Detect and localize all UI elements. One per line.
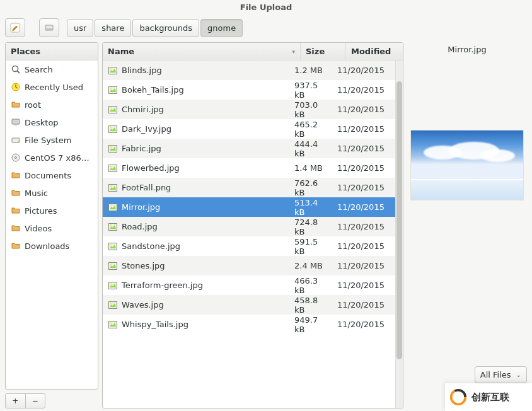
svg-point-32: [110, 185, 112, 186]
file-row[interactable]: Flowerbed.jpg1.4 MB11/20/2015: [103, 158, 395, 178]
file-modified: 11/20/2015: [335, 261, 395, 270]
disc-icon: [11, 153, 21, 163]
file-size: 1.2 MB: [289, 66, 335, 75]
places-item-label: Documents: [25, 171, 71, 180]
file-name: Chmiri.jpg: [122, 105, 164, 114]
file-modified: 11/20/2015: [335, 163, 395, 173]
svg-rect-36: [109, 223, 117, 230]
file-row[interactable]: Road.jpg724.8 kB11/20/2015: [103, 217, 395, 236]
column-header-modified[interactable]: Modified: [346, 43, 403, 60]
image-file-icon: [108, 261, 118, 271]
file-row[interactable]: Bokeh_Tails.jpg937.5 kB11/20/2015: [103, 80, 395, 100]
file-name: Mirror.jpg: [122, 202, 160, 212]
file-modified: 11/20/2015: [335, 241, 395, 251]
edit-path-button[interactable]: [5, 18, 25, 37]
file-name: Terraform-green.jpg: [122, 281, 203, 290]
svg-rect-7: [14, 124, 17, 125]
file-type-filter[interactable]: All Files ⌄: [475, 366, 527, 383]
file-modified: 11/20/2015: [335, 222, 395, 231]
breadcrumb-segment[interactable]: gnome: [200, 19, 243, 37]
folder-icon: [11, 188, 21, 198]
places-item-label: Desktop: [25, 118, 59, 127]
file-row[interactable]: Whispy_Tails.jpg949.7 kB11/20/2015: [103, 315, 395, 334]
svg-point-9: [18, 141, 19, 142]
svg-point-44: [110, 263, 112, 264]
svg-point-50: [110, 302, 112, 303]
file-row[interactable]: Waves.jpg458.8 kB11/20/2015: [103, 295, 395, 315]
places-item[interactable]: Desktop: [6, 113, 98, 131]
file-modified: 11/20/2015: [335, 66, 395, 75]
column-header-size[interactable]: Size: [301, 43, 346, 60]
column-header-row: Name ▾ Size Modified: [103, 43, 403, 61]
file-list: Name ▾ Size Modified Blinds.jpg1.2 MB11/…: [102, 42, 403, 408]
file-name: Whispy_Tails.jpg: [122, 320, 188, 329]
folder-icon: [11, 241, 21, 251]
path-root-button[interactable]: [39, 18, 59, 37]
places-item[interactable]: Recently Used: [6, 78, 98, 96]
places-item[interactable]: Music: [6, 184, 98, 202]
toolbar: usrsharebackgroundsgnome: [0, 16, 532, 42]
places-item[interactable]: Search: [6, 61, 98, 78]
svg-point-11: [15, 157, 17, 159]
svg-rect-12: [109, 67, 117, 74]
watermark-text: 创新互联: [471, 391, 509, 403]
file-size: 724.8 kB: [289, 217, 335, 236]
svg-rect-48: [109, 301, 117, 308]
file-size: 444.4 kB: [289, 139, 335, 158]
file-name: Stones.jpg: [122, 261, 165, 270]
pencil-icon: [10, 23, 20, 33]
file-row[interactable]: Fabric.jpg444.4 kB11/20/2015: [103, 139, 395, 158]
places-item[interactable]: Videos: [6, 219, 98, 237]
file-row[interactable]: Sandstone.jpg591.5 kB11/20/2015: [103, 236, 395, 256]
sort-indicator-icon: ▾: [292, 49, 295, 55]
drive-icon: [11, 135, 21, 145]
image-file-icon: [108, 281, 118, 291]
places-item[interactable]: Downloads: [6, 237, 98, 255]
breadcrumb-segment[interactable]: usr: [67, 19, 93, 37]
file-row[interactable]: Dark_Ivy.jpg465.2 kB11/20/2015: [103, 119, 395, 139]
search-icon: [11, 64, 21, 74]
watermark-logo-icon: [449, 388, 468, 407]
file-row[interactable]: FootFall.png762.6 kB11/20/2015: [103, 178, 395, 197]
svg-rect-6: [12, 119, 20, 124]
desktop-icon: [11, 117, 21, 127]
breadcrumb-segment[interactable]: share: [95, 19, 131, 37]
image-file-icon: [108, 85, 118, 95]
places-item[interactable]: CentOS 7 x86_...: [6, 149, 98, 166]
file-name: Fabric.jpg: [122, 144, 161, 153]
places-panel: Places SearchRecently UsedrootDesktopFil…: [5, 42, 98, 408]
svg-point-29: [110, 165, 112, 166]
file-name: Blinds.jpg: [122, 66, 162, 75]
watermark: 创新互联: [445, 383, 532, 411]
file-size: 937.5 kB: [289, 81, 335, 100]
main-area: Places SearchRecently UsedrootDesktopFil…: [0, 42, 532, 411]
places-item[interactable]: root: [6, 96, 98, 113]
file-modified: 11/20/2015: [335, 85, 395, 95]
svg-rect-51: [109, 321, 117, 328]
svg-rect-15: [109, 86, 117, 93]
svg-point-20: [110, 107, 112, 108]
scrollbar[interactable]: [395, 61, 403, 408]
column-modified-label: Modified: [351, 47, 391, 56]
image-file-icon: [108, 183, 118, 193]
file-row[interactable]: Chmiri.jpg703.0 kB11/20/2015: [103, 100, 395, 119]
add-bookmark-button[interactable]: +: [6, 394, 25, 408]
file-rows[interactable]: Blinds.jpg1.2 MB11/20/2015Bokeh_Tails.jp…: [103, 61, 403, 408]
scrollbar-thumb[interactable]: [396, 81, 402, 359]
remove-bookmark-button[interactable]: −: [25, 394, 45, 408]
file-row[interactable]: Mirror.jpg513.4 kB11/20/2015: [103, 197, 395, 217]
column-header-name[interactable]: Name ▾: [103, 43, 301, 60]
places-item-label: Downloads: [25, 241, 69, 251]
file-row[interactable]: Blinds.jpg1.2 MB11/20/2015: [103, 61, 395, 80]
places-item[interactable]: File System: [6, 131, 98, 149]
places-item-label: root: [25, 100, 41, 110]
places-item[interactable]: Pictures: [6, 202, 98, 219]
file-row[interactable]: Stones.jpg2.4 MB11/20/2015: [103, 256, 395, 275]
file-modified: 11/20/2015: [335, 105, 395, 114]
breadcrumb-segment[interactable]: backgrounds: [132, 19, 199, 37]
preview-thumbnail: [410, 130, 524, 200]
file-row[interactable]: Terraform-green.jpg466.3 kB11/20/2015: [103, 275, 395, 295]
svg-point-17: [110, 87, 112, 88]
places-item[interactable]: Documents: [6, 166, 98, 184]
file-size: 703.0 kB: [289, 100, 335, 119]
